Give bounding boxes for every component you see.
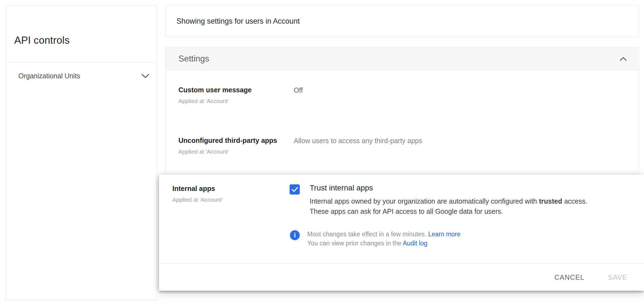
page-title: API controls (14, 35, 70, 46)
trust-internal-apps-control: Trust internal apps Internal apps owned … (290, 184, 587, 217)
setting-row-unconfigured-third-party-apps[interactable]: Unconfigured third-party apps Applied at… (166, 137, 639, 155)
trust-internal-apps-description: Internal apps owned by your organization… (310, 196, 587, 217)
setting-applied-at: Applied at 'Account' (178, 148, 294, 155)
setting-value: Allow users to access any third-party ap… (294, 137, 422, 155)
settings-body: Custom user message Applied at 'Account'… (166, 70, 639, 155)
setting-label: Internal apps (172, 185, 223, 193)
sidebar-item-organizational-units[interactable]: Organizational Units (6, 62, 156, 90)
internal-apps-edit-card: Internal apps Applied at 'Account' Trust… (159, 174, 644, 291)
settings-section-title: Settings (178, 54, 209, 64)
learn-more-link[interactable]: Learn more (428, 231, 461, 238)
chevron-up-icon[interactable] (620, 57, 627, 61)
info-note-texts: Most changes take effect in a few minute… (307, 230, 460, 248)
sidebar-header: API controls (6, 6, 156, 62)
setting-applied-at: Applied at 'Account' (178, 98, 294, 104)
info-note: i Most changes take effect in a few minu… (290, 230, 460, 248)
trust-internal-apps-checkbox[interactable] (290, 184, 300, 195)
setting-applied-at: Applied at 'Account' (172, 196, 223, 203)
info-icon: i (290, 230, 300, 240)
sidebar-panel: API controls Organizational Units (6, 6, 157, 301)
setting-row-main: Custom user message Applied at 'Account' (178, 86, 294, 104)
info-line: Most changes take effect in a few minute… (307, 230, 460, 239)
description-bold-text: trusted (539, 197, 562, 205)
setting-row-custom-user-message[interactable]: Custom user message Applied at 'Account'… (166, 86, 639, 104)
trust-internal-apps-texts: Trust internal apps Internal apps owned … (310, 184, 587, 217)
setting-value: Off (294, 86, 303, 104)
description-text: access. (562, 197, 587, 205)
settings-section-header[interactable]: Settings (166, 48, 639, 70)
setting-row-main: Unconfigured third-party apps Applied at… (178, 137, 294, 155)
info-text: Most changes take effect in a few minute… (307, 231, 428, 238)
info-text: You can view prior changes in the (307, 240, 403, 247)
sidebar-item-label: Organizational Units (18, 72, 80, 80)
description-text: Internal apps owned by your organization… (310, 197, 539, 205)
settings-section: Settings Custom user message Applied at … (166, 47, 639, 175)
audit-log-link[interactable]: Audit log (403, 240, 427, 247)
internal-apps-label-block: Internal apps Applied at 'Account' (172, 185, 223, 203)
checkmark-icon (292, 187, 298, 192)
info-icon-glyph: i (294, 231, 296, 239)
cancel-button[interactable]: CANCEL (555, 273, 584, 281)
setting-label: Custom user message (178, 86, 294, 94)
save-button[interactable]: SAVE (608, 273, 627, 281)
chevron-down-icon (141, 73, 150, 79)
dialog-footer: CANCEL SAVE (159, 264, 644, 291)
description-text: These apps can ask for API access to all… (310, 207, 503, 215)
scope-banner-text: Showing settings for users in Account (177, 17, 300, 26)
setting-label: Unconfigured third-party apps (178, 137, 294, 145)
trust-internal-apps-label[interactable]: Trust internal apps (310, 184, 587, 192)
info-line: You can view prior changes in the Audit … (307, 239, 460, 248)
scope-banner: Showing settings for users in Account (166, 5, 639, 37)
